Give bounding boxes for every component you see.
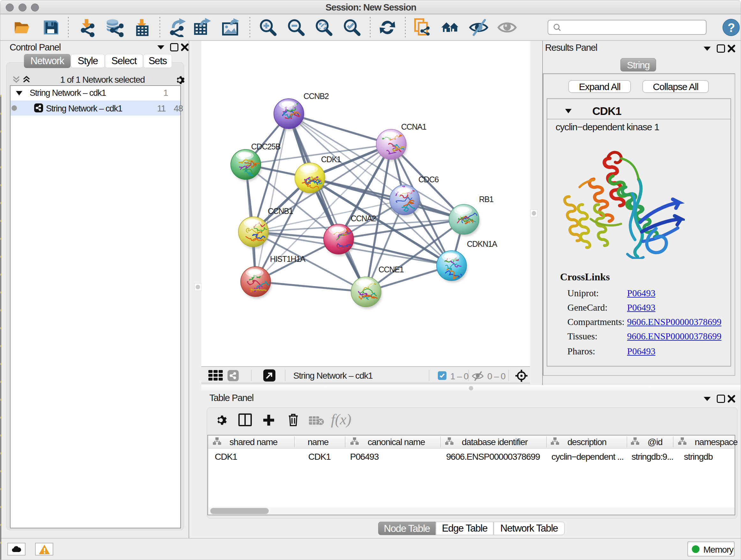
svg-text:RB1: RB1 [479,195,493,204]
svg-text:CCNA1: CCNA1 [401,122,426,131]
svg-text:CDK1: CDK1 [321,155,341,164]
svg-text:CDC25B: CDC25B [251,142,280,151]
svg-text:CDC6: CDC6 [418,175,439,184]
svg-text:CCNE1: CCNE1 [379,265,404,274]
svg-text:CCNA2: CCNA2 [351,214,376,223]
svg-text:CCNB2: CCNB2 [304,91,329,101]
svg-text:CDKN1A: CDKN1A [467,240,497,248]
svg-text:HIST1H1A: HIST1H1A [270,254,306,263]
svg-text:CCNB1: CCNB1 [268,206,293,215]
